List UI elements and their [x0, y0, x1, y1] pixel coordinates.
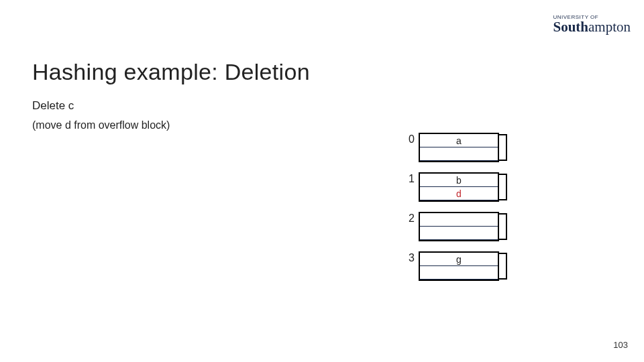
overflow-pointer-icon [499, 213, 507, 240]
logo-name: Southampton [553, 20, 631, 34]
bucket-slot [420, 213, 498, 227]
bucket-row: 3 g [398, 251, 499, 281]
bucket: b d [419, 172, 499, 202]
bucket-slot-highlighted: d [420, 187, 498, 200]
subnote: (move d from overflow block) [32, 119, 170, 131]
bucket: g [419, 251, 499, 281]
bucket-index: 3 [398, 251, 415, 265]
bucket-slot: g [420, 253, 498, 266]
bucket-index: 1 [398, 172, 415, 186]
bucket-slot [420, 266, 498, 280]
bucket-slot [420, 147, 498, 161]
bucket: a [419, 133, 499, 162]
hash-table-diagram: 0 a 1 b d 2 3 [398, 133, 499, 291]
bucket [419, 212, 499, 241]
overflow-pointer-icon [499, 174, 507, 200]
bucket-row: 2 [398, 212, 499, 241]
page-title: Hashing example: Deletion [32, 59, 310, 85]
slide: UNIVERSITY OF Southampton Hashing exampl… [0, 0, 644, 362]
university-logo: UNIVERSITY OF Southampton [553, 15, 631, 34]
overflow-pointer-icon [499, 253, 507, 280]
overflow-pointer-icon [499, 134, 507, 161]
bucket-index: 0 [398, 133, 415, 146]
bucket-slot [420, 227, 498, 240]
subtitle: Delete c [32, 99, 74, 113]
bucket-row: 1 b d [398, 172, 499, 202]
page-number: 103 [613, 340, 628, 350]
bucket-slot: b [420, 174, 498, 187]
bucket-index: 2 [398, 212, 415, 225]
bucket-slot: a [420, 134, 498, 147]
bucket-row: 0 a [398, 133, 499, 162]
